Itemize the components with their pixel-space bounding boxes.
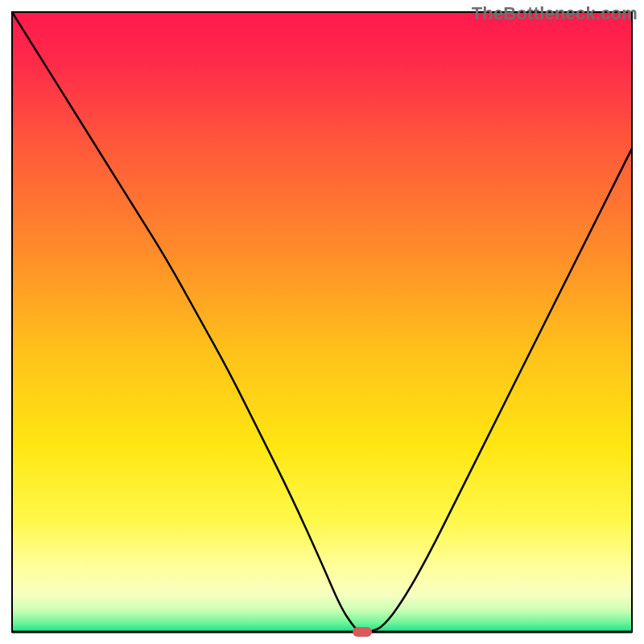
chart-svg — [0, 0, 644, 644]
plot-background — [12, 12, 632, 632]
marker-optimal-point — [353, 627, 372, 637]
bottleneck-chart: TheBottleneck.com — [0, 0, 644, 644]
watermark-text: TheBottleneck.com — [472, 3, 638, 24]
